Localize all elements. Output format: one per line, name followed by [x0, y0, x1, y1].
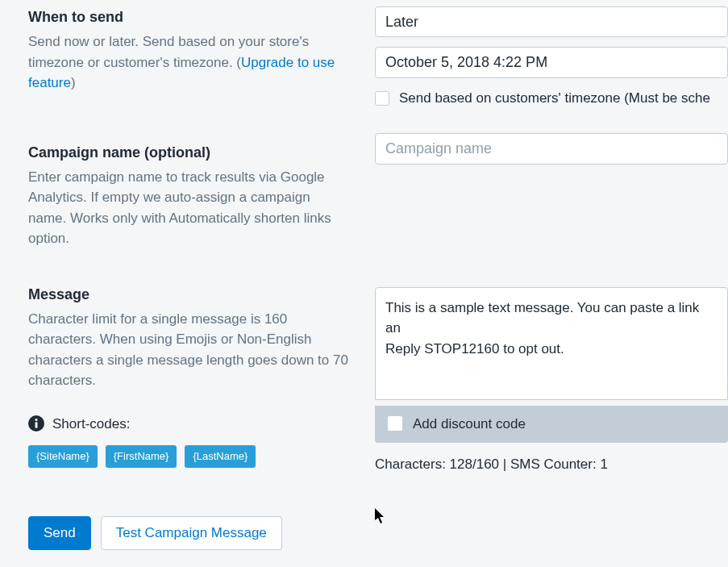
discount-checkbox[interactable]	[387, 415, 403, 432]
shortcode-tags: {SiteName} {FirstName} {LastName}	[28, 445, 351, 468]
campaign-name-title: Campaign name (optional)	[28, 142, 351, 164]
shortcode-tag-sitename[interactable]: {SiteName}	[28, 445, 98, 468]
message-section: Message Character limit for a single mes…	[28, 284, 351, 468]
campaign-name-input[interactable]	[375, 133, 728, 165]
when-to-send-desc: Send now or later. Send based on your st…	[28, 31, 351, 94]
shortcodes-label: Short-codes:	[52, 414, 130, 435]
test-campaign-button[interactable]: Test Campaign Message	[101, 516, 282, 550]
message-desc: Character limit for a single message is …	[28, 309, 351, 391]
discount-row[interactable]: Add discount code	[375, 406, 728, 444]
send-timing-select[interactable]: Later	[375, 6, 728, 37]
message-textarea[interactable]	[375, 287, 728, 400]
campaign-name-desc: Enter campaign name to track results via…	[28, 167, 351, 249]
timezone-checkbox[interactable]	[375, 91, 389, 106]
discount-label: Add discount code	[413, 414, 526, 435]
when-to-send-title: When to send	[28, 6, 351, 28]
info-icon	[28, 415, 44, 432]
timezone-checkbox-label: Send based on customers' timezone (Must …	[399, 88, 710, 109]
when-to-send-controls: Later Send based on customers' timezone …	[375, 0, 728, 109]
when-to-send-section: When to send Send now or later. Send bas…	[28, 6, 351, 94]
svg-point-1	[35, 419, 37, 421]
svg-rect-2	[35, 422, 38, 428]
shortcode-tag-firstname[interactable]: {FirstName}	[106, 445, 177, 468]
message-controls: Add discount code Characters: 128/160 | …	[375, 268, 728, 475]
action-buttons: Send Test Campaign Message	[28, 516, 351, 550]
send-button[interactable]: Send	[28, 516, 91, 550]
timezone-checkbox-row[interactable]: Send based on customers' timezone (Must …	[375, 88, 728, 109]
shortcode-tag-lastname[interactable]: {LastName}	[185, 445, 256, 468]
schedule-datetime-input[interactable]	[375, 47, 728, 78]
message-title: Message	[28, 284, 351, 306]
campaign-name-section: Campaign name (optional) Enter campaign …	[28, 142, 351, 249]
character-counter: Characters: 128/160 | SMS Counter: 1	[375, 454, 728, 475]
campaign-name-controls	[375, 123, 728, 165]
